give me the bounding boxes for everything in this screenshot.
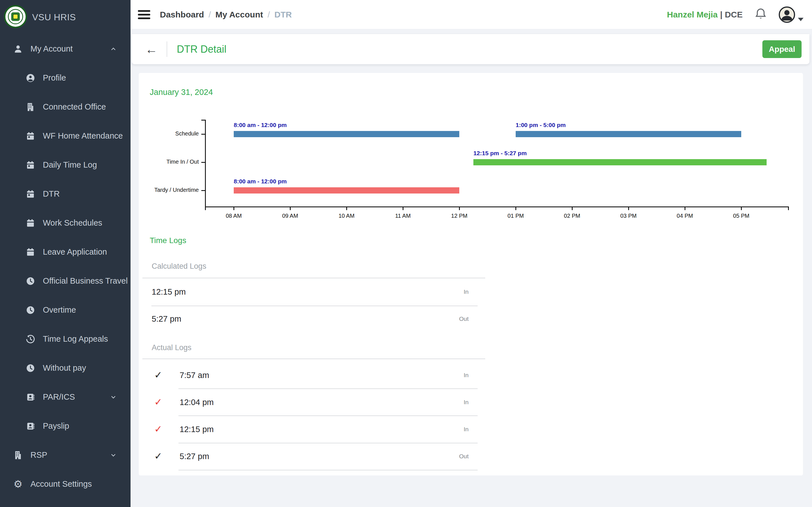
- sidebar-item-label: PAR/ICS: [43, 392, 75, 402]
- x-axis-tick: [741, 207, 742, 210]
- sidebar-item-account-settings[interactable]: ⚙ Account Settings: [0, 469, 131, 499]
- person-circle-icon: [26, 73, 36, 83]
- user-chip: Hanzel Mejia | DCE: [667, 10, 743, 19]
- user-separator: |: [720, 10, 722, 19]
- sidebar-item-label: My Account: [31, 44, 73, 54]
- top-header: Dashboard / My Account / DTR Hanzel Meji…: [131, 0, 812, 29]
- sidebar-item-label: Connected Office: [43, 102, 106, 112]
- x-axis-tick: [572, 207, 573, 210]
- sidebar-item-label: Account Settings: [31, 480, 92, 489]
- building-icon: [13, 450, 23, 460]
- sidebar-item-daily-time-log[interactable]: Daily Time Log: [0, 151, 131, 179]
- caret-down-icon: [798, 18, 804, 21]
- x-axis-tick-label: 05 PM: [719, 213, 764, 219]
- clock-icon: [26, 363, 36, 373]
- sidebar-item-label: Profile: [43, 73, 66, 82]
- actual-log-row: 12:15 pm In: [180, 423, 469, 436]
- sidebar-item-label: Overtime: [43, 305, 76, 315]
- x-axis-tick: [403, 207, 403, 210]
- notification-bell-icon[interactable]: [754, 7, 767, 22]
- x-axis-tick: [515, 207, 516, 210]
- university-logo-icon: [4, 5, 27, 29]
- x-axis-tick: [684, 207, 686, 210]
- sidebar-item-rsp[interactable]: RSP: [0, 441, 131, 469]
- x-axis-tick-label: 10 AM: [324, 213, 369, 219]
- breadcrumb-my-account[interactable]: My Account: [215, 10, 263, 19]
- appeal-button[interactable]: Appeal: [762, 40, 802, 58]
- sidebar-item-label: DTR: [43, 189, 60, 199]
- sidebar: VSU HRIS My Account Profile Connected Of…: [0, 0, 131, 507]
- log-time: 12:15 pm: [180, 425, 214, 434]
- person-icon: [13, 44, 23, 54]
- chevron-down-icon: [110, 452, 117, 459]
- x-axis-tick: [234, 207, 234, 210]
- sidebar-item-par-ics[interactable]: PAR/ICS: [0, 383, 131, 411]
- sidebar-item-connected-office[interactable]: Connected Office: [0, 93, 131, 121]
- x-axis-line: [205, 207, 789, 207]
- sidebar-item-without-pay[interactable]: Without pay: [0, 353, 131, 383]
- calendar-icon: [26, 218, 36, 228]
- row-divider: [179, 415, 477, 416]
- page-title: DTR Detail: [177, 43, 226, 55]
- calculated-log-row: 5:27 pm Out: [152, 313, 469, 325]
- main-area: ← DTR Detail Appeal January 31, 2024 Sch…: [131, 29, 812, 507]
- avatar: [779, 6, 795, 23]
- sidebar-item-label: RSP: [31, 450, 47, 460]
- sidebar-item-overtime[interactable]: Overtime: [0, 295, 131, 325]
- y-axis-category-label: Schedule: [139, 130, 199, 137]
- log-direction: In: [463, 399, 469, 406]
- sidebar-item-work-schedules[interactable]: Work Schedules: [0, 209, 131, 237]
- chart-bar-label: 8:00 am - 12:00 pm: [234, 122, 287, 128]
- calendar-icon: [26, 131, 36, 141]
- check-icon: ✓: [154, 424, 162, 434]
- x-axis-tick-label: 11 AM: [380, 213, 425, 219]
- row-divider: [151, 305, 477, 306]
- chart-bar: [516, 131, 741, 137]
- log-time: 5:27 pm: [180, 452, 209, 461]
- sidebar-item-official-business-travel[interactable]: Official Business Travel: [0, 267, 131, 295]
- actual-logs-heading: Actual Logs: [152, 343, 192, 352]
- dtr-card: January 31, 2024 ScheduleTime In / OutTa…: [139, 73, 803, 475]
- avatar-menu[interactable]: [779, 6, 804, 23]
- y-axis-end-tick: [201, 120, 205, 121]
- sidebar-item-label: Leave Application: [43, 247, 107, 257]
- breadcrumb: Dashboard / My Account / DTR: [160, 10, 292, 19]
- check-icon: ✓: [154, 397, 162, 407]
- sidebar-item-my-account[interactable]: My Account: [0, 34, 131, 63]
- chevron-up-icon: [110, 45, 117, 53]
- title-divider: [167, 41, 167, 57]
- sidebar-item-label: Official Business Travel: [43, 276, 128, 286]
- contact-card-icon: [26, 392, 36, 402]
- chevron-down-icon: [110, 393, 117, 401]
- sidebar-item-label: Daily Time Log: [43, 160, 97, 170]
- chart-bar: [473, 159, 767, 165]
- sidebar-item-wf-home-attendance[interactable]: WF Home Attendance: [0, 121, 131, 151]
- sidebar-item-leave-application[interactable]: Leave Application: [0, 237, 131, 267]
- row-divider: [179, 470, 477, 470]
- sidebar-item-dtr[interactable]: DTR: [0, 179, 131, 209]
- log-time: 7:57 am: [180, 371, 209, 380]
- brand-title: VSU HRIS: [32, 12, 76, 22]
- x-axis-tick-label: 04 PM: [662, 213, 707, 219]
- sidebar-item-label: Without pay: [43, 363, 86, 373]
- x-axis-tick-label: 12 PM: [437, 213, 482, 219]
- clock-icon: [26, 305, 36, 315]
- sidebar-item-label: WF Home Attendance: [43, 131, 123, 140]
- x-axis-tick: [346, 207, 347, 210]
- row-divider: [179, 388, 477, 389]
- back-arrow-icon[interactable]: ←: [145, 43, 158, 55]
- x-axis-tick-label: 09 AM: [267, 213, 313, 219]
- hamburger-menu-icon[interactable]: [138, 8, 150, 21]
- calendar-icon: [26, 160, 36, 170]
- user-name: Hanzel Mejia: [667, 10, 718, 19]
- dtr-timeline-chart: ScheduleTime In / OutTardy / Undertime08…: [139, 73, 803, 231]
- sidebar-item-payslip[interactable]: Payslip: [0, 411, 131, 441]
- gear-icon: ⚙: [13, 479, 23, 489]
- sidebar-item-time-log-appeals[interactable]: Time Log Appeals: [0, 325, 131, 353]
- check-icon: ✓: [154, 451, 162, 461]
- sidebar-item-profile[interactable]: Profile: [0, 63, 131, 93]
- x-axis-tick-label: 02 PM: [550, 213, 595, 219]
- x-axis-tick: [290, 207, 291, 210]
- breadcrumb-dashboard[interactable]: Dashboard: [160, 10, 204, 19]
- x-axis-tick-label: 03 PM: [606, 213, 651, 219]
